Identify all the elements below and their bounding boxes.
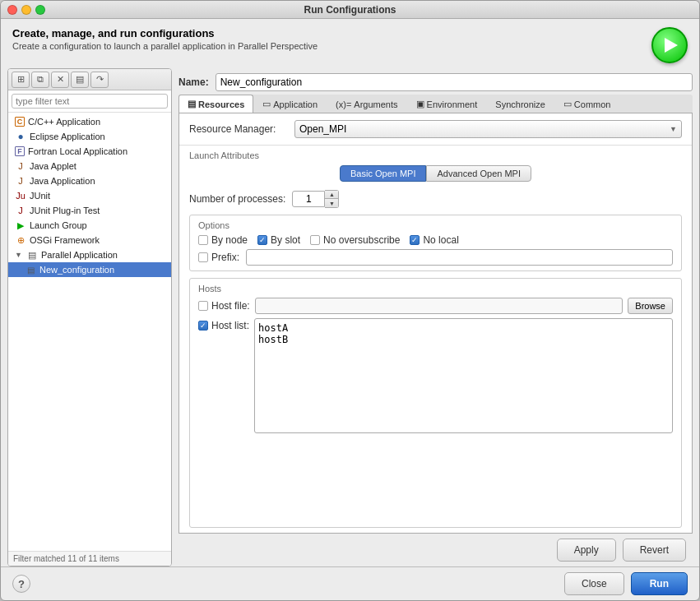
window-body: Create, manage, and run configurations C… xyxy=(1,19,699,600)
checkbox-no-local[interactable]: ✓ No local xyxy=(410,234,458,246)
host-file-checkbox[interactable] xyxy=(198,301,208,311)
tree-item-java-app[interactable]: J Java Application xyxy=(8,173,171,188)
host-file-input[interactable] xyxy=(255,298,624,314)
delete-btn[interactable]: ✕ xyxy=(51,72,69,88)
processes-label: Number of processes: xyxy=(189,193,285,205)
duplicate-btn[interactable]: ⧉ xyxy=(31,72,49,88)
filter-btn[interactable]: ▤ xyxy=(71,72,89,88)
name-row: Name: xyxy=(178,68,693,95)
options-group: Options By node ✓ By slot xyxy=(189,215,682,271)
new-config-label: New_configuration xyxy=(39,265,114,275)
resource-manager-select[interactable]: Open_MPI xyxy=(294,120,682,138)
browse-button[interactable]: Browse xyxy=(628,298,673,314)
junit-icon: Ju xyxy=(15,190,26,201)
tab-resources[interactable]: ▤ Resources xyxy=(178,95,253,113)
new-config-tree-icon: ▤ xyxy=(25,264,36,275)
environment-tab-icon: ▣ xyxy=(416,99,424,109)
spinner-up-btn[interactable]: ▲ xyxy=(325,191,338,199)
tree-item-junit-plugin[interactable]: J JUnit Plug-in Test xyxy=(8,203,171,218)
processes-input[interactable] xyxy=(292,191,325,207)
eclipse-icon: ● xyxy=(15,131,26,142)
new-config-btn[interactable]: ⊞ xyxy=(12,72,30,88)
filter-box xyxy=(8,90,171,113)
name-label: Name: xyxy=(178,76,209,88)
help-button[interactable]: ? xyxy=(12,575,30,593)
tree-item-osgi[interactable]: ⊕ OSGi Framework xyxy=(8,233,171,247)
prefix-input[interactable] xyxy=(246,249,673,266)
mpi-tab-advanced[interactable]: Advanced Open MPI xyxy=(426,165,531,182)
prefix-checkbox[interactable] xyxy=(198,252,208,262)
run-button[interactable]: Run xyxy=(631,572,688,595)
tree-item-launch-group[interactable]: ▶ Launch Group xyxy=(8,218,171,233)
mpi-tab-advanced-label: Advanced Open MPI xyxy=(437,169,521,178)
tab-environment[interactable]: ▣ Environment xyxy=(407,95,487,113)
tree-item-eclipse-app[interactable]: ● Eclipse Application xyxy=(8,129,171,144)
host-list-checkbox[interactable]: ✓ xyxy=(198,321,208,331)
by-node-label: By node xyxy=(211,234,248,246)
run-big-button[interactable] xyxy=(651,27,688,63)
by-node-checkbox[interactable] xyxy=(198,235,208,245)
tab-synchronize[interactable]: Synchronize xyxy=(486,95,554,113)
checkbox-by-slot[interactable]: ✓ By slot xyxy=(257,234,300,246)
processes-spinner: ▲ ▼ xyxy=(292,190,339,208)
junit-plugin-label: JUnit Plug-in Test xyxy=(30,206,100,215)
tab-common[interactable]: ▭ Common xyxy=(554,95,620,113)
tree-item-fortran-app[interactable]: F Fortran Local Application xyxy=(8,144,171,159)
config-name-input[interactable] xyxy=(216,73,693,91)
mpi-tab-basic[interactable]: Basic Open MPI xyxy=(340,165,426,182)
checkbox-prefix[interactable]: Prefix: xyxy=(198,252,239,263)
java-applet-label: Java Applet xyxy=(30,161,76,171)
checkbox-no-oversubscribe[interactable]: No oversubscribe xyxy=(310,234,400,246)
spinner-down-btn[interactable]: ▼ xyxy=(325,199,338,207)
fortran-icon: F xyxy=(15,146,25,156)
application-tab-label: Application xyxy=(273,99,318,109)
filter-input[interactable] xyxy=(12,94,168,109)
minimize-window-btn[interactable] xyxy=(21,5,31,15)
common-tab-icon: ▭ xyxy=(563,99,572,109)
apply-button[interactable]: Apply xyxy=(557,539,616,562)
options-title: Options xyxy=(198,220,673,230)
eclipse-app-label: Eclipse Application xyxy=(30,132,105,141)
no-local-label: No local xyxy=(423,234,458,246)
revert-button[interactable]: Revert xyxy=(623,539,686,562)
tree-item-c-app[interactable]: C C/C++ Application xyxy=(8,114,171,129)
tree-item-java-applet[interactable]: J Java Applet xyxy=(8,159,171,173)
maximize-window-btn[interactable] xyxy=(35,5,45,15)
checkbox-host-file[interactable]: Host file: xyxy=(198,300,250,312)
java-app-icon: J xyxy=(15,175,26,187)
no-local-checkbox[interactable]: ✓ xyxy=(410,235,420,245)
checkbox-by-node[interactable]: By node xyxy=(198,234,248,246)
host-list-textarea[interactable]: hostA hostB xyxy=(254,318,673,433)
processes-row: Number of processes: ▲ ▼ xyxy=(189,190,682,208)
left-panel: ⊞ ⧉ ✕ ▤ ↷ C C/C++ Application ● xyxy=(7,68,172,566)
application-tab-icon: ▭ xyxy=(262,99,271,109)
java-applet-icon: J xyxy=(15,160,26,172)
synchronize-tab-label: Synchronize xyxy=(495,99,545,109)
tab-application[interactable]: ▭ Application xyxy=(253,95,327,113)
close-button[interactable]: Close xyxy=(564,572,624,595)
resource-manager-row: Resource Manager: Open_MPI xyxy=(179,113,692,146)
footer-bar: ? Close Run xyxy=(1,566,699,600)
tree-item-new-config[interactable]: ▤ New_configuration xyxy=(8,262,171,277)
resources-tab-icon: ▤ xyxy=(188,99,196,109)
resource-manager-label: Resource Manager: xyxy=(189,123,288,135)
tab-arguments[interactable]: (x)= Arguments xyxy=(327,95,406,113)
launch-attrs-section: Launch Attributes Basic Open MPI Advance… xyxy=(179,146,692,533)
resource-manager-value: Open_MPI xyxy=(299,123,346,135)
by-slot-checkbox[interactable]: ✓ xyxy=(257,235,267,245)
java-app-label: Java Application xyxy=(30,176,95,186)
checkbox-host-list[interactable]: ✓ Host list: xyxy=(198,320,249,331)
apply-revert-bar: Apply Revert xyxy=(178,534,693,566)
resources-tab-label: Resources xyxy=(198,99,244,109)
no-oversubscribe-checkbox[interactable] xyxy=(310,235,320,245)
tree-item-parallel-app[interactable]: ▼ ▤ Parallel Application xyxy=(8,247,171,262)
environment-tab-label: Environment xyxy=(427,99,478,109)
close-window-btn[interactable] xyxy=(7,5,17,15)
link-btn[interactable]: ↷ xyxy=(90,72,109,88)
fortran-app-label: Fortran Local Application xyxy=(28,146,127,156)
tree-item-junit[interactable]: Ju JUnit xyxy=(8,188,171,203)
common-tab-label: Common xyxy=(574,99,611,109)
header-section: Create, manage, and run configurations C… xyxy=(1,19,699,68)
main-content: ⊞ ⧉ ✕ ▤ ↷ C C/C++ Application ● xyxy=(1,68,699,566)
by-slot-label: By slot xyxy=(271,234,300,246)
